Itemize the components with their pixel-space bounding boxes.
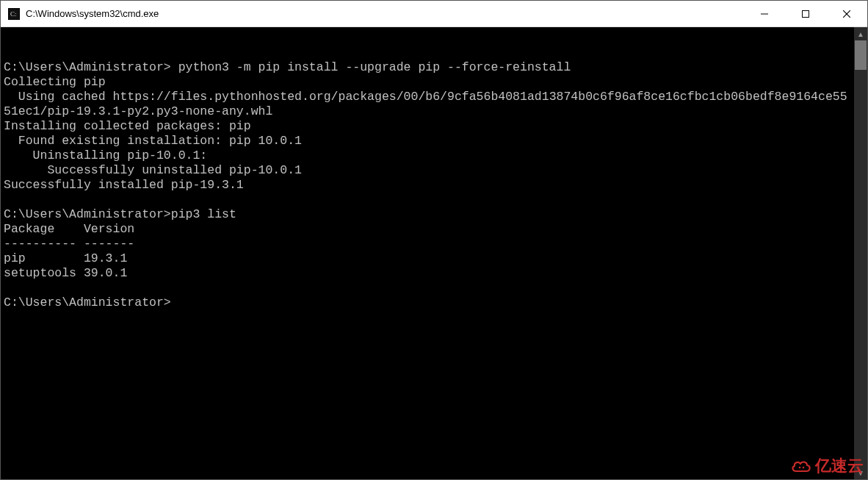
- minimize-button[interactable]: [744, 1, 785, 26]
- window-controls: [744, 1, 867, 26]
- titlebar[interactable]: C: C:\Windows\system32\cmd.exe: [1, 1, 867, 27]
- scrollbar-thumb[interactable]: [855, 40, 867, 70]
- close-button[interactable]: [826, 1, 867, 26]
- scroll-up-arrow[interactable]: ▲: [854, 27, 867, 40]
- maximize-button[interactable]: [785, 1, 826, 26]
- vertical-scrollbar[interactable]: ▲ ▼: [854, 27, 867, 479]
- svg-text:C:: C:: [10, 10, 17, 18]
- cmd-icon: C:: [8, 8, 20, 20]
- cmd-window: C: C:\Windows\system32\cmd.exe C:\Users\…: [0, 0, 868, 480]
- svg-rect-4: [803, 10, 809, 17]
- window-title: C:\Windows\system32\cmd.exe: [26, 8, 744, 19]
- scroll-down-arrow[interactable]: ▼: [854, 466, 867, 479]
- terminal-area: C:\Users\Administrator> python3 -m pip i…: [1, 27, 867, 479]
- terminal-output[interactable]: C:\Users\Administrator> python3 -m pip i…: [1, 40, 854, 468]
